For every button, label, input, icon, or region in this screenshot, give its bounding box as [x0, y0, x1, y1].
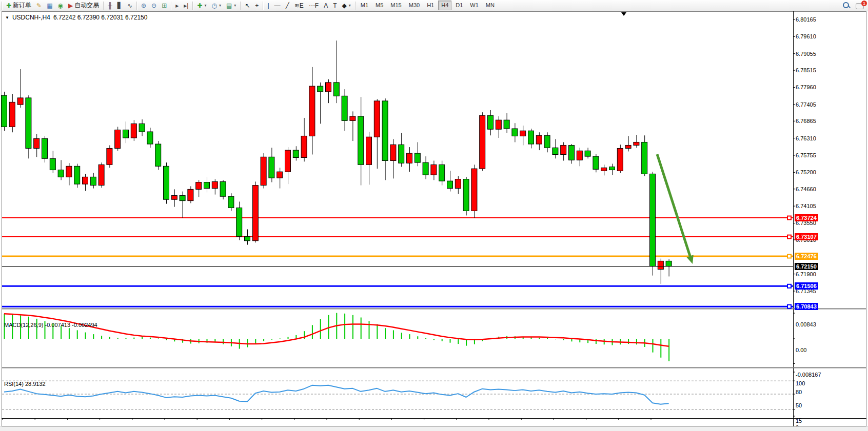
autotrade-button[interactable]: ▶自动交易: [66, 0, 102, 11]
candle: [625, 136, 631, 151]
toolbar-separator: [171, 2, 171, 10]
chart-window[interactable]: 6.801656.796106.790556.785156.779606.774…: [0, 11, 868, 426]
candle: [277, 168, 283, 188]
zoom-out-button[interactable]: ⊖: [149, 0, 159, 11]
zoom-in-button[interactable]: ⊕: [139, 0, 149, 11]
price-axis-label: 6.74660: [796, 186, 816, 192]
alerts-button[interactable]: ◉: [55, 0, 65, 11]
auto-scroll-button[interactable]: ▸: [173, 0, 181, 11]
symbol-period-label: USDCNH-,H4: [12, 14, 50, 21]
timeframe-button-d1[interactable]: D1: [452, 1, 466, 10]
horizontal-level-line[interactable]: [2, 305, 793, 309]
toolbar-right: 1: [842, 1, 866, 10]
candle: [115, 127, 121, 151]
indicators-button[interactable]: ✚▾: [194, 0, 209, 11]
line-chart-button[interactable]: ∿: [125, 0, 135, 11]
text-label-button[interactable]: T: [330, 0, 339, 11]
candle: [236, 201, 242, 240]
horizontal-level-line[interactable]: [2, 216, 793, 220]
fibonacci-icon: ⋯F: [309, 3, 319, 9]
chart-shift-icon: ▸|: [184, 3, 188, 9]
candle: [399, 133, 404, 167]
chart-canvas[interactable]: [0, 11, 868, 426]
bar-chart-button[interactable]: ╫: [105, 0, 115, 11]
level-price-badge: 6.70843: [795, 303, 818, 310]
timeframe-button-m1[interactable]: M1: [358, 1, 371, 10]
candle: [90, 173, 96, 189]
timeframe-button-mn[interactable]: MN: [483, 1, 498, 10]
candle: [123, 121, 129, 143]
fibonacci-button[interactable]: ⋯F: [306, 0, 321, 11]
price-axis-label: 6.79610: [796, 33, 816, 39]
timeframe-button-m15[interactable]: M15: [387, 1, 404, 10]
level-price-badge: 6.73724: [795, 214, 818, 221]
candle: [58, 160, 64, 180]
chat-icon[interactable]: 1: [856, 2, 866, 10]
candle: [301, 118, 307, 161]
horizontal-level-line[interactable]: [2, 235, 793, 239]
vertical-line-button[interactable]: |: [265, 0, 271, 11]
chart-title: ▼ USDCNH-,H4 6.72242 6.72390 6.72031 6.7…: [5, 14, 147, 21]
cursor-button[interactable]: ↖: [242, 0, 252, 11]
cursor-icon: ↖: [245, 3, 250, 9]
template-icon: ▤: [226, 3, 232, 9]
rsi-axis-label: 100: [796, 380, 805, 386]
channel-button[interactable]: ≋E: [292, 0, 306, 11]
candle: [415, 142, 420, 166]
chart-shift-button[interactable]: ▸|: [181, 0, 191, 11]
toolbar: ✚新订单✎▦◉▶自动交易╫▋∿⊕⊖⊞▸▸|✚▾◷▾▤▾↖+|—╱≋E⋯FAT◆▾…: [0, 0, 868, 11]
candle: [471, 165, 477, 218]
candle: [374, 99, 380, 169]
trend-arrow[interactable]: [657, 154, 694, 264]
timeframe-button-m5[interactable]: M5: [372, 1, 386, 10]
price-axis-label: 6.79055: [796, 51, 816, 57]
search-icon[interactable]: [842, 2, 851, 10]
new-chart-icon: ▦: [47, 3, 52, 9]
chart-shift-marker[interactable]: [621, 12, 626, 16]
price-axis-label: 6.71900: [796, 271, 816, 277]
chevron-down-icon: ▾: [219, 3, 221, 8]
candle: [180, 192, 185, 218]
bid-price-badge: 6.72150: [795, 263, 818, 270]
arrows-button[interactable]: ◆▾: [340, 0, 353, 11]
rsi-axis-label: 15: [796, 418, 802, 424]
candle: [269, 148, 274, 182]
rsi-axis-label: 80: [796, 389, 802, 395]
timeframe-button-w1[interactable]: W1: [467, 1, 482, 10]
macd-axis-label: 0.00843: [796, 321, 816, 327]
clock-icon: ◷: [211, 3, 216, 9]
periods-button[interactable]: ◷▾: [209, 0, 224, 11]
candle: [480, 112, 485, 171]
crosshair-button[interactable]: +: [252, 0, 261, 11]
tile-windows-button[interactable]: ⊞: [159, 0, 169, 11]
styler-button[interactable]: ✎: [34, 0, 44, 11]
text-button[interactable]: A: [321, 0, 330, 11]
toolbar-separator: [263, 2, 263, 10]
line-handle: [787, 255, 791, 258]
horizontal-line-icon: —: [274, 3, 281, 9]
level-lines: [2, 216, 793, 309]
candle: [155, 141, 161, 170]
candle: [601, 165, 607, 175]
trendline-button[interactable]: ╱: [283, 0, 292, 11]
new-order-button[interactable]: ✚新订单: [4, 0, 34, 11]
candle: [650, 172, 656, 275]
timeframe-button-h4[interactable]: H4: [438, 1, 451, 10]
candle: [431, 161, 437, 180]
rsi-line: [4, 385, 669, 404]
auto-scroll-icon: ▸: [175, 3, 179, 9]
candlestick-button[interactable]: ▋: [115, 0, 125, 11]
horizontal-level-line[interactable]: [2, 284, 793, 288]
horizontal-line-button[interactable]: —: [272, 0, 283, 11]
candle: [561, 142, 566, 160]
templates-button[interactable]: ▤▾: [224, 0, 239, 11]
timeframe-button-h1[interactable]: H1: [424, 1, 437, 10]
horizontal-level-line[interactable]: [2, 255, 793, 258]
new-chart-button[interactable]: ▦: [44, 0, 55, 11]
bar-chart-icon: ╫: [108, 3, 112, 9]
timeframe-button-m30[interactable]: M30: [406, 1, 423, 10]
level-price-badge: 6.71506: [795, 282, 818, 290]
line-handle: [787, 284, 791, 288]
quick-trade-arrow-icon[interactable]: ▼: [5, 15, 9, 20]
candle: [171, 189, 177, 207]
